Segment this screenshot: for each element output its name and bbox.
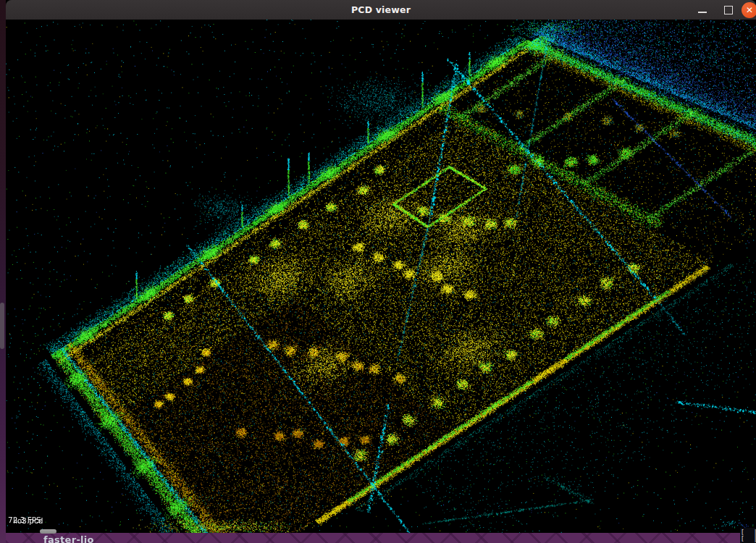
minimize-button[interactable] bbox=[694, 0, 711, 20]
background-scrollbar-thumb bbox=[0, 303, 4, 349]
desktop-left-strip bbox=[0, 0, 6, 543]
render-viewport: 72.3 FPS lio3.pcd bbox=[6, 20, 756, 533]
file-name-overlay: lio3.pcd bbox=[13, 516, 43, 525]
screen: PCD viewer ✕ 72.3 FPS lio3.pcd faster-li… bbox=[0, 0, 756, 543]
maximize-icon bbox=[724, 6, 733, 14]
desktop-bottom-strip bbox=[6, 533, 756, 543]
background-terminal-fragment: [ | [ | bbox=[740, 528, 756, 543]
point-cloud-canvas[interactable] bbox=[6, 20, 756, 533]
close-button[interactable]: ✕ bbox=[741, 0, 756, 20]
minimize-icon bbox=[698, 12, 707, 13]
close-icon: ✕ bbox=[742, 2, 756, 18]
terminal-fragment-line: [ | bbox=[742, 529, 756, 536]
titlebar[interactable]: PCD viewer ✕ bbox=[6, 0, 756, 20]
window-title: PCD viewer bbox=[6, 0, 756, 20]
background-app-title[interactable]: faster-lio bbox=[43, 534, 94, 543]
wallpaper-pattern bbox=[6, 533, 756, 543]
maximize-button[interactable] bbox=[720, 0, 737, 20]
pcd-viewer-window: PCD viewer ✕ 72.3 FPS lio3.pcd bbox=[6, 0, 756, 533]
background-window-handle[interactable] bbox=[40, 529, 56, 534]
terminal-fragment-line: [ | bbox=[742, 536, 756, 542]
